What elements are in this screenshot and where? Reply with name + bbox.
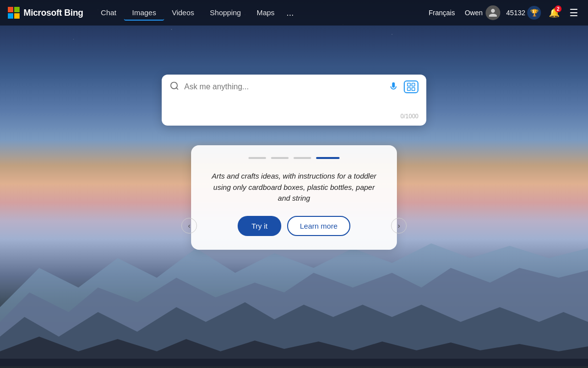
user-name: Owen — [465, 9, 483, 17]
svg-rect-9 — [408, 88, 411, 91]
microphone-button[interactable] — [387, 80, 400, 93]
search-row — [170, 80, 418, 93]
notifications-button[interactable]: 🔔 2 — [547, 5, 562, 20]
search-input[interactable] — [184, 82, 382, 91]
dot-3 — [294, 157, 311, 159]
points-section[interactable]: 45132 🏆 — [506, 6, 541, 20]
language-button[interactable]: Français — [425, 7, 459, 19]
nav-images[interactable]: Images — [124, 5, 164, 21]
notification-badge: 2 — [555, 5, 562, 12]
microsoft-logo-icon — [8, 7, 20, 19]
hamburger-menu-button[interactable]: ☰ — [567, 5, 580, 21]
card-actions: ‹ Try it Learn more › — [211, 216, 377, 236]
camera-search-button[interactable] — [404, 80, 418, 93]
nav-right: Français Owen 45132 🏆 🔔 2 ☰ — [425, 5, 580, 21]
search-box: 0/1000 — [162, 75, 426, 126]
svg-rect-10 — [412, 88, 415, 91]
search-icon — [170, 81, 179, 93]
suggestion-card: Arts and crafts ideas, with instructions… — [191, 145, 397, 250]
dot-2 — [271, 157, 289, 159]
logo[interactable]: Microsoft Bing — [8, 7, 83, 19]
dot-1 — [248, 157, 266, 159]
svg-rect-7 — [408, 83, 411, 86]
learn-more-button[interactable]: Learn more — [287, 216, 350, 236]
user-avatar — [486, 5, 500, 20]
svg-line-6 — [176, 87, 178, 89]
nav-chat[interactable]: Chat — [93, 5, 124, 21]
svg-point-5 — [171, 82, 177, 88]
nav-shopping[interactable]: Shopping — [202, 5, 248, 21]
nav-items: Chat Images Videos Shopping Maps ... — [93, 5, 423, 21]
user-section[interactable]: Owen — [465, 5, 500, 20]
navbar: Microsoft Bing Chat Images Videos Shoppi… — [0, 0, 588, 26]
search-actions — [387, 80, 418, 93]
dots-indicator — [248, 157, 340, 159]
main-content: 0/1000 Arts and crafts ideas, with instr… — [0, 26, 588, 368]
try-it-button[interactable]: Try it — [238, 216, 281, 236]
nav-more-button[interactable]: ... — [282, 6, 297, 20]
trophy-icon: 🏆 — [527, 6, 541, 20]
dot-4-active — [316, 157, 340, 159]
svg-rect-8 — [412, 83, 415, 86]
buttons-row: Try it Learn more — [211, 216, 377, 236]
suggestion-text: Arts and crafts ideas, with instructions… — [211, 171, 377, 204]
points-value: 45132 — [506, 9, 525, 17]
nav-maps[interactable]: Maps — [249, 5, 283, 21]
char-count: 0/1000 — [170, 113, 418, 120]
logo-text: Microsoft Bing — [24, 8, 83, 18]
nav-videos[interactable]: Videos — [164, 5, 202, 21]
next-button[interactable]: › — [391, 218, 407, 234]
previous-button[interactable]: ‹ — [181, 218, 197, 234]
